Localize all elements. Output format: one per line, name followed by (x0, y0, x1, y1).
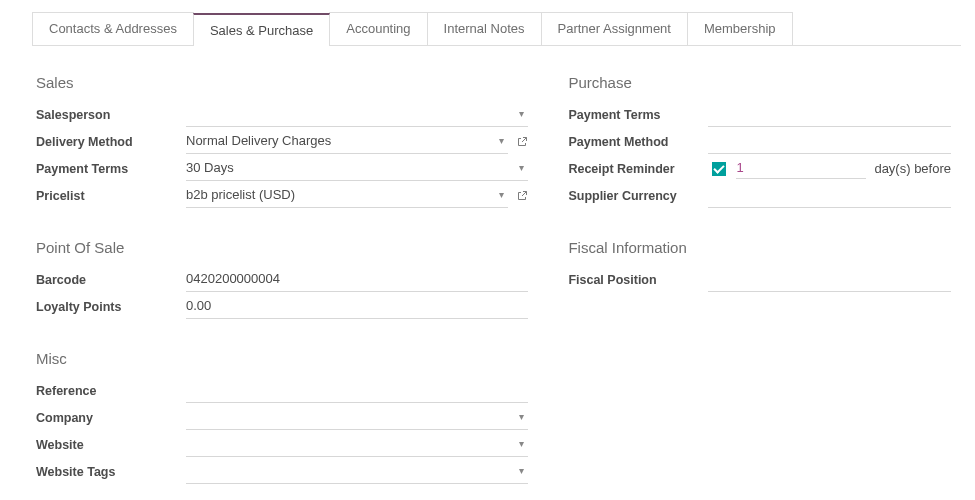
sales-payment-terms-field[interactable]: 30 Days ▾ (186, 157, 528, 181)
chevron-down-icon[interactable]: ▾ (515, 108, 528, 119)
supplier-currency-field[interactable] (708, 184, 951, 208)
purchase-payment-method-label: Payment Method (568, 135, 708, 149)
receipt-reminder-suffix: day(s) before (874, 161, 951, 176)
delivery-method-label: Delivery Method (36, 135, 186, 149)
loyalty-field[interactable]: 0.00 (186, 295, 528, 319)
chevron-down-icon[interactable]: ▾ (495, 135, 508, 146)
tab-partner-assignment[interactable]: Partner Assignment (541, 12, 688, 45)
tab-accounting[interactable]: Accounting (329, 12, 427, 45)
fiscal-heading: Fiscal Information (568, 239, 951, 256)
sales-payment-terms-value: 30 Days (186, 160, 515, 175)
fiscal-position-label: Fiscal Position (568, 273, 708, 287)
receipt-reminder-checkbox[interactable] (712, 162, 726, 176)
reference-field[interactable] (186, 379, 528, 403)
pos-heading: Point Of Sale (36, 239, 528, 256)
website-field[interactable]: ▾ (186, 433, 528, 457)
tab-contacts[interactable]: Contacts & Addresses (32, 12, 194, 45)
tab-strip: Contacts & Addresses Sales & Purchase Ac… (32, 12, 961, 46)
salesperson-field[interactable]: ▾ (186, 103, 528, 127)
external-link-icon[interactable] (516, 190, 528, 202)
sales-payment-terms-label: Payment Terms (36, 162, 186, 176)
loyalty-value: 0.00 (186, 298, 528, 313)
receipt-reminder-days-input[interactable] (736, 158, 866, 179)
sales-heading: Sales (36, 74, 528, 91)
purchase-payment-method-field[interactable] (708, 130, 951, 154)
misc-heading: Misc (36, 350, 528, 367)
website-label: Website (36, 438, 186, 452)
chevron-down-icon[interactable]: ▾ (515, 465, 528, 476)
barcode-label: Barcode (36, 273, 186, 287)
tab-internal-notes[interactable]: Internal Notes (427, 12, 542, 45)
purchase-payment-terms-field[interactable] (708, 103, 951, 127)
receipt-reminder-label: Receipt Reminder (568, 162, 708, 176)
chevron-down-icon[interactable]: ▾ (515, 438, 528, 449)
barcode-field[interactable]: 0420200000004 (186, 268, 528, 292)
website-tags-label: Website Tags (36, 465, 186, 479)
chevron-down-icon[interactable]: ▾ (515, 162, 528, 173)
chevron-down-icon[interactable]: ▾ (495, 189, 508, 200)
loyalty-label: Loyalty Points (36, 300, 186, 314)
fiscal-position-field[interactable] (708, 268, 951, 292)
purchase-payment-terms-label: Payment Terms (568, 108, 708, 122)
pricelist-label: Pricelist (36, 189, 186, 203)
company-field[interactable]: ▾ (186, 406, 528, 430)
website-tags-field[interactable]: ▾ (186, 460, 528, 484)
supplier-currency-label: Supplier Currency (568, 189, 708, 203)
tab-membership[interactable]: Membership (687, 12, 793, 45)
reference-label: Reference (36, 384, 186, 398)
purchase-heading: Purchase (568, 74, 951, 91)
pricelist-field[interactable]: b2b pricelist (USD) ▾ (186, 184, 508, 208)
delivery-method-value: Normal Delivery Charges (186, 133, 495, 148)
chevron-down-icon[interactable]: ▾ (515, 411, 528, 422)
company-label: Company (36, 411, 186, 425)
tab-sales-purchase[interactable]: Sales & Purchase (193, 13, 330, 46)
barcode-value: 0420200000004 (186, 271, 528, 286)
delivery-method-field[interactable]: Normal Delivery Charges ▾ (186, 130, 508, 154)
salesperson-label: Salesperson (36, 108, 186, 122)
external-link-icon[interactable] (516, 136, 528, 148)
pricelist-value: b2b pricelist (USD) (186, 187, 495, 202)
